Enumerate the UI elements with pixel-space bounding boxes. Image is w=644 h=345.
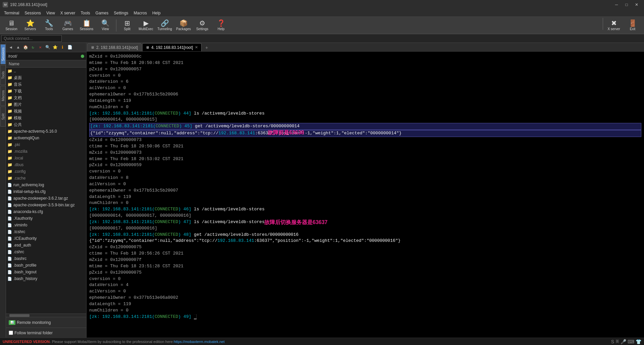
terminal-content[interactable]: mZxid = 0x120000006c mtime = Thu Feb 18 … [87, 52, 644, 338]
view-button[interactable]: 🔍 View [97, 18, 114, 33]
file-item-name: .local [14, 156, 23, 160]
file-item-viminfo[interactable]: 📄 .viminfo [6, 222, 86, 228]
terminal-line: aclVersion = 0 [89, 85, 641, 91]
file-item-pictures[interactable]: 📁 图片 [6, 101, 86, 108]
file-item-zk362[interactable]: 📄 apache-zookeeper-3.6.2.tar.gz [6, 195, 86, 202]
separator-1 [116, 19, 116, 31]
fb-home-btn[interactable]: 🏠 [22, 44, 29, 51]
exit-button[interactable]: 🚪 Exit [624, 18, 641, 33]
file-item-config[interactable]: 📁 .config [6, 168, 86, 175]
fb-refresh-btn[interactable]: ↻ [30, 44, 36, 51]
file-item-mozilla[interactable]: 📁 .mozilla [6, 148, 86, 155]
close-button[interactable]: ✕ [632, 0, 641, 9]
status-message: - Please support MobaXterm by subscribin… [50, 340, 174, 344]
fb-new-btn[interactable]: 📄 [66, 44, 73, 51]
sidebar-tab-split[interactable]: Split [0, 107, 6, 127]
file-item-xauthority[interactable]: 📄 .Xauthority [6, 215, 86, 222]
file-item-local[interactable]: 📁 .local [6, 155, 86, 161]
maximize-button[interactable]: □ [622, 0, 631, 9]
terminal-line: cZxid = 0x1200000075 [89, 244, 641, 251]
file-item-templates[interactable]: 📁 模板 [6, 115, 86, 121]
split-button[interactable]: ⊞ Split [118, 18, 136, 33]
file-item-esd-auth[interactable]: 📄 .esd_auth [6, 242, 86, 249]
fb-scrollbar-thumb[interactable] [9, 314, 30, 317]
packages-button[interactable]: 📦 Packages [175, 18, 192, 33]
file-item-run-activemq[interactable]: 📄 run_activemq.log [6, 182, 86, 188]
menu-xserver[interactable]: X server [58, 10, 78, 16]
quick-connect-input[interactable] [1, 35, 62, 42]
servers-button[interactable]: ⭐ Servers [21, 18, 39, 33]
file-item-video[interactable]: 📁 视频 [6, 108, 86, 115]
file-item-bashrc[interactable]: 📄 .bashrc [6, 255, 86, 262]
sidebar-tab-macros[interactable]: Macros [0, 86, 6, 106]
file-item-name: .viminfo [13, 223, 27, 227]
file-item-cache[interactable]: 📁 .cache [6, 175, 86, 182]
file-item-desktop[interactable]: 📁 桌面 [6, 74, 86, 81]
tab-4[interactable]: 🖥 4. 192.168.83.141[root] ✕ [142, 43, 202, 51]
file-item-activemqliqun[interactable]: 📁 activemqliQun [6, 135, 86, 141]
file-item-bash-history[interactable]: 📄 .bash_history [6, 275, 86, 282]
terminal-line: cZxid = 0x1200000073 [89, 137, 641, 143]
games-icon: 🎮 [64, 20, 72, 26]
xserver-button[interactable]: ✖ X server [605, 18, 623, 33]
terminal-line-highlight: [zk: 192.168.83.141:2181(CONNECTED) 45] … [89, 123, 641, 130]
follow-terminal-label[interactable]: Follow terminal folder [9, 331, 53, 335]
sessions-button[interactable]: 📋 Sessions [78, 18, 95, 33]
menu-settings[interactable]: Settings [111, 10, 131, 16]
fb-search-btn[interactable]: 🔍 [44, 44, 51, 51]
fb-horizontal-scrollbar[interactable] [6, 314, 86, 317]
file-item-name: .tcshrc [13, 229, 25, 234]
fb-star-btn[interactable]: ⭐ [52, 44, 58, 51]
file-item-bash-logout[interactable]: 📄 .bash_logout [6, 269, 86, 275]
file-item-parent[interactable]: 📁 .. [6, 68, 86, 74]
file-item-pki[interactable]: 📁 .pki [6, 141, 86, 148]
help-button[interactable]: ❓ Help [212, 18, 230, 33]
file-item-bash-profile[interactable]: 📄 .bash_profile [6, 262, 86, 269]
multiexec-button[interactable]: ▶ MultiExec [137, 18, 155, 33]
menu-view[interactable]: View [44, 10, 58, 16]
file-item-anaconda[interactable]: 📄 anaconda-ks.cfg [6, 208, 86, 215]
file-item-activemq[interactable]: 📁 apache-activemq-5.16.0 [6, 128, 86, 135]
tab-close-button[interactable]: ✕ [195, 45, 198, 50]
status-link[interactable]: https://mobaxterm.mobatek.net [174, 340, 225, 344]
tab-label: 4. 192.168.83.141[root] [151, 45, 193, 50]
file-item-tcshrc[interactable]: 📄 .tcshrc [6, 228, 86, 235]
menu-tools[interactable]: Tools [78, 10, 93, 16]
tunneling-button[interactable]: 🔗 Tunneling [156, 18, 173, 33]
fb-up-btn[interactable]: ▲ [15, 44, 21, 51]
menu-sessions[interactable]: Sessions [22, 10, 44, 16]
file-list[interactable]: 📁 .. 📁 桌面 📁 音乐 📁 下载 📁 文档 📁 图片 [6, 68, 86, 314]
fb-info-btn[interactable]: ℹ [59, 44, 66, 51]
file-item-initial-setup[interactable]: 📄 initial-setup-ks.cfg [6, 188, 86, 195]
file-item-music[interactable]: 📁 音乐 [6, 81, 86, 88]
new-tab-button[interactable]: + [203, 45, 210, 51]
file-item-cshrc[interactable]: 📄 .cshrc [6, 249, 86, 255]
games-button[interactable]: 🎮 Games [59, 18, 76, 33]
sidebar-tab-sessions[interactable]: Sessions [0, 44, 6, 64]
menu-terminal[interactable]: Terminal [1, 10, 22, 16]
help-icon: ❓ [217, 20, 225, 26]
terminal-line: ctime = Thu Feb 18 20:56:26 CST 2021 [89, 251, 641, 257]
tools-button[interactable]: 🔧 Tools [40, 18, 58, 33]
file-item-documents[interactable]: 📁 文档 [6, 94, 86, 101]
file-item-name: .ICEauthority [13, 236, 37, 241]
tab-2[interactable]: 🖥 2. 192.168.83.141[root] [87, 43, 142, 51]
file-item-zk359[interactable]: 📄 apache-zookeeper-3.5.9-bin.tar.gz [6, 202, 86, 208]
session-button[interactable]: 🖥 Session [3, 18, 20, 33]
menu-help[interactable]: Help [150, 10, 163, 16]
file-item-public[interactable]: 📁 公共 [6, 121, 86, 128]
file-item-dbus[interactable]: 📁 .dbus [6, 161, 86, 168]
terminal-line-highlight: {"id":"zzyymq","container":null,"address… [89, 130, 641, 137]
sidebar-tab-tools[interactable]: Tools [0, 65, 6, 85]
fb-stop-btn[interactable]: ✕ [37, 44, 44, 51]
file-item-iceauthority[interactable]: 📄 .ICEauthority [6, 235, 86, 242]
folder-icon: 📁 [7, 75, 12, 80]
menu-games[interactable]: Games [93, 10, 111, 16]
follow-terminal-checkbox[interactable] [9, 331, 13, 335]
remote-monitoring-button[interactable]: 📊 Remote monitoring [9, 320, 51, 325]
menu-macros[interactable]: Macros [131, 10, 150, 16]
settings-button[interactable]: ⚙ Settings [194, 18, 211, 33]
minimize-button[interactable]: ─ [612, 0, 621, 9]
fb-back-btn[interactable]: ◀ [7, 44, 14, 51]
file-item-downloads[interactable]: 📁 下载 [6, 88, 86, 94]
